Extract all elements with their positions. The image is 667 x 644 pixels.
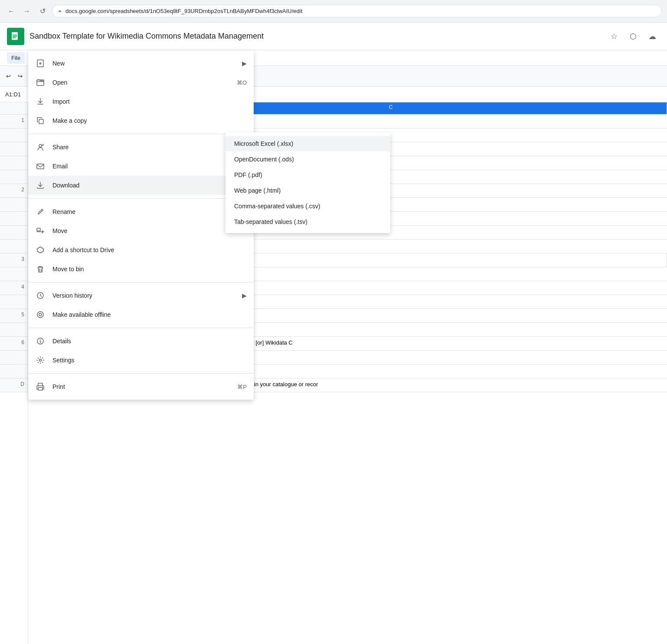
- import-label: Import: [52, 98, 247, 105]
- divider-3: [28, 282, 254, 283]
- print-icon: [35, 381, 46, 392]
- open-label: Open: [52, 79, 230, 86]
- file-dropdown-menu: New ▶ Open ⌘O Import: [28, 50, 254, 400]
- rename-icon: [35, 207, 46, 217]
- csv-label: Comma-separated values (.csv): [234, 203, 320, 210]
- submenu-item-xlsx[interactable]: Microsoft Excel (.xlsx): [226, 136, 390, 151]
- svg-rect-22: [38, 388, 43, 390]
- shortcut-icon: [35, 245, 46, 255]
- menu-item-email[interactable]: Email ▶: [28, 157, 254, 176]
- svg-rect-21: [38, 383, 43, 386]
- svg-point-23: [42, 387, 43, 388]
- menu-item-rename[interactable]: Rename: [28, 202, 254, 221]
- share-icon: [35, 142, 46, 152]
- download-icon: [35, 180, 46, 191]
- tsv-label: Tab-separated values (.tsv): [234, 218, 307, 225]
- print-label: Print: [52, 383, 230, 390]
- star-button[interactable]: ☆: [606, 29, 622, 44]
- download-label: Download: [52, 182, 235, 189]
- open-shortcut: ⌘O: [237, 79, 247, 86]
- svg-rect-13: [37, 228, 40, 231]
- security-icon: ⚭: [58, 8, 62, 14]
- new-label: New: [52, 60, 235, 67]
- undo-button[interactable]: ↩: [3, 70, 13, 82]
- pdf-label: PDF (.pdf): [234, 171, 262, 178]
- download-submenu: Microsoft Excel (.xlsx) OpenDocument (.o…: [226, 132, 390, 233]
- submenu-item-tsv[interactable]: Tab-separated values (.tsv): [226, 214, 390, 230]
- print-shortcut: ⌘P: [237, 384, 247, 390]
- cloud-button[interactable]: ☁: [644, 29, 660, 44]
- move-to-bin-label: Move to bin: [52, 266, 247, 273]
- forward-button[interactable]: →: [21, 5, 33, 17]
- menu-item-version-history[interactable]: Version history ▶: [28, 286, 254, 305]
- redo-button[interactable]: ↪: [15, 70, 25, 82]
- sheets-logo: [7, 28, 24, 45]
- svg-rect-12: [37, 164, 44, 169]
- svg-point-16: [39, 313, 42, 316]
- submenu-item-pdf[interactable]: PDF (.pdf): [226, 167, 390, 183]
- version-history-arrow: ▶: [242, 292, 247, 299]
- app-bar: Sandbox Template for Wikimedia Commons M…: [0, 23, 667, 50]
- add-shortcut-label: Add a shortcut to Drive: [52, 246, 247, 253]
- menu-item-settings[interactable]: Settings: [28, 351, 254, 370]
- menu-item-share[interactable]: Share ▶: [28, 138, 254, 157]
- drive-button[interactable]: ⬡: [625, 29, 641, 44]
- menu-item-move-to-bin[interactable]: Move to bin: [28, 260, 254, 279]
- url-text: docs.google.com/spreadsheets/d/1nO53eq8t…: [65, 8, 302, 14]
- offline-icon: [35, 309, 46, 320]
- share-label: Share: [52, 144, 235, 151]
- details-label: Details: [52, 338, 247, 345]
- document-title: Sandbox Template for Wikimedia Commons M…: [29, 32, 601, 41]
- move-label: Move: [52, 227, 247, 234]
- make-copy-label: Make a copy: [52, 117, 247, 124]
- import-icon: [35, 96, 46, 107]
- email-icon: [35, 161, 46, 171]
- svg-point-9: [39, 145, 42, 147]
- browser-chrome: ← → ↺ ⚭ docs.google.com/spreadsheets/d/1…: [0, 0, 667, 23]
- menu-item-open[interactable]: Open ⌘O: [28, 73, 254, 92]
- divider-1: [28, 134, 254, 134]
- settings-label: Settings: [52, 357, 247, 364]
- divider-2: [28, 198, 254, 199]
- email-label: Email: [52, 163, 235, 170]
- reload-button[interactable]: ↺: [36, 5, 49, 17]
- menu-file[interactable]: File: [7, 52, 25, 64]
- trash-icon: [35, 264, 46, 274]
- submenu-item-csv[interactable]: Comma-separated values (.csv): [226, 198, 390, 214]
- menu-item-details[interactable]: Details: [28, 332, 254, 351]
- history-icon: [35, 290, 46, 301]
- menu-item-print[interactable]: Print ⌘P: [28, 377, 254, 396]
- svg-point-19: [40, 339, 41, 340]
- menu-item-new[interactable]: New ▶: [28, 54, 254, 73]
- settings-icon: [35, 355, 46, 365]
- menu-item-import[interactable]: Import: [28, 92, 254, 111]
- new-icon: [35, 58, 46, 69]
- html-label: Web page (.html): [234, 187, 281, 194]
- menu-item-move[interactable]: Move: [28, 221, 254, 240]
- menu-item-download[interactable]: Download ▶: [28, 176, 254, 195]
- submenu-item-ods[interactable]: OpenDocument (.ods): [226, 151, 390, 167]
- svg-rect-1: [13, 35, 17, 36]
- rename-label: Rename: [52, 208, 247, 215]
- version-history-label: Version history: [52, 292, 235, 299]
- svg-point-20: [39, 359, 42, 361]
- svg-rect-8: [39, 119, 43, 124]
- xlsx-label: Microsoft Excel (.xlsx): [234, 140, 293, 147]
- menu-item-offline[interactable]: Make available offline: [28, 305, 254, 324]
- back-button[interactable]: ←: [5, 5, 17, 17]
- details-icon: [35, 336, 46, 346]
- address-bar[interactable]: ⚭ docs.google.com/spreadsheets/d/1nO53eq…: [52, 5, 662, 17]
- divider-5: [28, 373, 254, 374]
- submenu-item-html[interactable]: Web page (.html): [226, 183, 390, 198]
- offline-label: Make available offline: [52, 311, 247, 318]
- menu-item-add-shortcut[interactable]: Add a shortcut to Drive: [28, 240, 254, 260]
- copy-icon: [35, 115, 46, 126]
- svg-rect-2: [13, 36, 17, 37]
- app-bar-actions: ☆ ⬡ ☁: [606, 29, 660, 44]
- svg-point-15: [37, 312, 43, 318]
- svg-rect-3: [13, 37, 16, 38]
- divider-4: [28, 328, 254, 328]
- menu-item-make-copy[interactable]: Make a copy: [28, 111, 254, 130]
- open-icon: [35, 77, 46, 88]
- ods-label: OpenDocument (.ods): [234, 156, 294, 163]
